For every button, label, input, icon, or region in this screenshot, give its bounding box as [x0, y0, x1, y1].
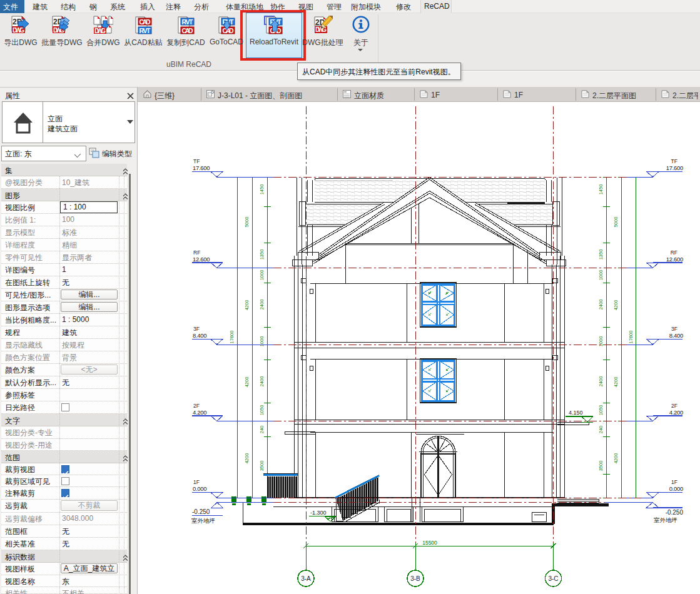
- svg-text:DWG: DWG: [94, 28, 106, 34]
- svg-text:4.200: 4.200: [669, 409, 683, 416]
- svg-text:4200: 4200: [613, 377, 619, 388]
- svg-text:RVT: RVT: [182, 18, 194, 26]
- svg-text:17.600: 17.600: [193, 164, 210, 171]
- svg-text:1000: 1000: [259, 336, 265, 347]
- svg-text:17.600: 17.600: [666, 164, 683, 171]
- svg-text:CAD: CAD: [139, 18, 151, 26]
- svg-text:3-A: 3-A: [301, 575, 311, 582]
- svg-text:12.600: 12.600: [666, 256, 683, 263]
- svg-text:2400: 2400: [259, 300, 265, 310]
- svg-text:3F: 3F: [193, 326, 200, 332]
- svg-text:12.600: 12.600: [193, 256, 210, 263]
- svg-text:5000: 5000: [613, 217, 619, 228]
- svg-text:1000: 1000: [598, 336, 604, 347]
- svg-text:1350: 1350: [259, 249, 265, 260]
- svg-text:15500: 15500: [422, 540, 437, 546]
- svg-text:CAD: CAD: [182, 27, 193, 34]
- svg-text:240: 240: [259, 426, 265, 434]
- svg-text:3F: 3F: [671, 326, 677, 332]
- svg-text:3-C: 3-C: [548, 575, 558, 582]
- svg-text:-0.250: -0.250: [192, 508, 210, 515]
- svg-text:8.400: 8.400: [669, 332, 683, 339]
- svg-text:4.200: 4.200: [193, 409, 206, 416]
- svg-text:1F: 1F: [193, 479, 200, 485]
- svg-text:8.400: 8.400: [193, 332, 206, 339]
- svg-text:4.150: 4.150: [569, 410, 583, 416]
- svg-text:0.000: 0.000: [193, 485, 206, 492]
- svg-text:RF: RF: [193, 249, 200, 256]
- svg-text:17600: 17600: [628, 331, 634, 344]
- svg-text:3-B: 3-B: [410, 575, 420, 582]
- svg-text:TF: TF: [193, 158, 200, 164]
- svg-text:4200: 4200: [244, 377, 250, 388]
- svg-text:2F: 2F: [193, 403, 200, 409]
- svg-text:1050: 1050: [598, 405, 604, 416]
- svg-text:1450: 1450: [259, 184, 265, 195]
- svg-text:2400: 2400: [598, 376, 604, 387]
- svg-text:3500: 3500: [259, 461, 265, 471]
- svg-text:RVT: RVT: [139, 27, 151, 34]
- svg-text:5000: 5000: [244, 217, 250, 228]
- svg-text:1000: 1000: [598, 270, 604, 281]
- svg-text:-0.250: -0.250: [666, 509, 684, 516]
- svg-text:17600: 17600: [229, 331, 235, 344]
- svg-text:1050: 1050: [259, 405, 265, 416]
- svg-text:0.000: 0.000: [669, 485, 683, 492]
- svg-text:1000: 1000: [259, 270, 265, 281]
- svg-text:2F: 2F: [671, 403, 677, 409]
- svg-text:TF: TF: [671, 158, 677, 164]
- svg-text:室外地坪: 室外地坪: [191, 517, 215, 524]
- svg-text:室外地坪: 室外地坪: [654, 516, 677, 523]
- svg-text:RF: RF: [671, 249, 677, 256]
- svg-text:1350: 1350: [598, 249, 604, 260]
- svg-text:2400: 2400: [598, 300, 604, 310]
- svg-text:240: 240: [598, 426, 604, 434]
- svg-text:3500: 3500: [598, 461, 604, 471]
- svg-text:4200: 4200: [613, 453, 619, 464]
- svg-text:1450: 1450: [598, 184, 604, 195]
- svg-text:-1.300: -1.300: [310, 510, 327, 516]
- svg-text:1F: 1F: [671, 479, 677, 485]
- svg-text:4200: 4200: [613, 300, 619, 311]
- svg-text:DWG: DWG: [13, 27, 24, 34]
- svg-text:4200: 4200: [244, 300, 250, 311]
- svg-text:4200: 4200: [244, 453, 250, 464]
- svg-text:2400: 2400: [259, 376, 265, 387]
